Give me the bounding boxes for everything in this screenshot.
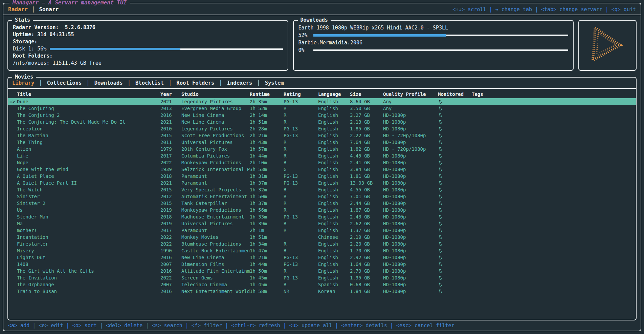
cell-year: 2021 — [160, 180, 181, 186]
cell-quality-profile: HD-1080p — [383, 241, 438, 247]
table-row[interactable]: The Conjuring 2 2016 New Line Cinema 2h … — [8, 112, 636, 119]
cell-language: English — [318, 254, 350, 261]
cell-title: Life — [17, 152, 160, 159]
table-row[interactable]: Us 2019 Monkeypaw Productions 1h 56m R E… — [8, 207, 636, 213]
tag-icon — [438, 234, 472, 241]
cell-year: 2022 — [160, 274, 181, 281]
servarr-tab-sonarr[interactable]: Sonarr — [39, 6, 59, 13]
tag-icon — [438, 227, 472, 234]
tag-icon — [438, 193, 472, 200]
cell-title: 1408 — [17, 261, 160, 268]
cell-quality-profile: HD-1080p — [383, 112, 438, 119]
table-row[interactable]: Ma 2019 Universal Pictures 1h 39m R Engl… — [8, 220, 636, 227]
table-row[interactable]: Slender Man 2018 Madhouse Entertainment … — [8, 213, 636, 220]
table-row[interactable]: A Quiet Place Part II 2021 Paramount 1h … — [8, 180, 636, 186]
movies-tab-indexers[interactable]: Indexers — [227, 80, 252, 86]
root-folder-free: /nfs/movies: 11511.43 GB free — [13, 60, 283, 67]
cell-language: Chinese — [318, 234, 350, 241]
cell-year: 2022 — [160, 159, 181, 166]
movies-tab-library[interactable]: Library — [12, 80, 34, 86]
table-row[interactable]: The Orphanage 2007 Telecinco Cinema 1h 4… — [8, 281, 636, 288]
cell-quality-profile: HD-1080p — [383, 159, 438, 166]
table-row[interactable]: Train to Busan 2016 Next Entertainment W… — [8, 288, 636, 295]
cell-rating: R — [284, 207, 318, 213]
table-row[interactable]: The Girl with All the Gifts 2016 Altitud… — [8, 268, 636, 274]
selected-row-marker — [8, 207, 17, 213]
table-row[interactable]: Alien 1979 20th Century Fox 1h 57m R Eng… — [8, 146, 636, 152]
cell-rating: R — [284, 159, 318, 166]
table-row[interactable]: The Thing 2011 Universal Pictures 1h 43m… — [8, 139, 636, 146]
cell-rating: R — [284, 105, 318, 112]
cell-title: The Martian — [17, 132, 160, 139]
cell-rating: R — [284, 247, 318, 254]
cell-studio: Selznick International Pic — [181, 166, 250, 173]
cell-language: English — [318, 227, 350, 234]
cell-studio: Castle Rock Entertainment — [181, 247, 250, 254]
table-row[interactable]: Firestarter 2022 Blumhouse Productions 1… — [8, 241, 636, 247]
table-row[interactable]: Misery 1990 Castle Rock Entertainment 1h… — [8, 247, 636, 254]
table-row[interactable]: The Conjuring 2013 Evergreen Media Group… — [8, 105, 636, 112]
table-row[interactable]: Gone with the Wind 1939 Selznick Interna… — [8, 166, 636, 173]
cell-quality-profile: Any — [383, 105, 438, 112]
cell-runtime: 1h 56m — [250, 207, 284, 213]
table-row[interactable]: The Witch 2015 Very Special Projects 1h … — [8, 186, 636, 193]
table-row[interactable]: Nope 2022 Monkeypaw Productions 2h 10m R… — [8, 159, 636, 166]
movies-tab-collections[interactable]: Collections — [47, 80, 82, 86]
table-row[interactable]: Sinister 2012 Automatik Entertainment 1h… — [8, 193, 636, 200]
tab-separator: │ — [86, 80, 89, 86]
cell-language: English — [318, 152, 350, 159]
cell-title: mother! — [17, 227, 160, 234]
cell-quality-profile: HD-1080p — [383, 268, 438, 274]
cell-rating: R — [284, 281, 318, 288]
tag-icon — [438, 159, 472, 166]
movies-tab-system[interactable]: System — [265, 80, 284, 86]
servarr-tab-radarr[interactable]: Radarr — [8, 6, 28, 13]
table-row[interactable]: 1408 2007 Dimension Films 1h 44m PG-13 E… — [8, 261, 636, 268]
cell-runtime: 1h 47m — [250, 247, 284, 254]
table-row[interactable]: mother! 2017 Paramount 2h 1m R English 1… — [8, 227, 636, 234]
cell-studio: Scott Free Productions — [181, 132, 250, 139]
cell-language: English — [318, 247, 350, 254]
selected-row-marker — [8, 186, 17, 193]
tag-icon — [438, 186, 472, 193]
selected-row-marker — [8, 193, 17, 200]
download-item-name: Barbie.Mermaidia.2006 — [298, 39, 569, 46]
tag-icon — [438, 98, 472, 105]
selected-row-marker: => — [8, 98, 17, 105]
table-row[interactable]: Incantation 2022 Monkey Movies 1h 51m Ch… — [8, 234, 636, 241]
cell-quality-profile: HD-1080p — [383, 125, 438, 132]
table-row[interactable]: Life 2017 Columbia Pictures 1h 44m R Eng… — [8, 152, 636, 159]
cell-quality-profile: HD-1080p — [383, 288, 438, 295]
download-percent: 0% — [298, 46, 310, 54]
cell-tags — [472, 152, 636, 159]
cell-quality-profile: HD-1080p — [383, 220, 438, 227]
cell-year: 2019 — [160, 220, 181, 227]
movies-tab-downloads[interactable]: Downloads — [94, 80, 123, 86]
table-row[interactable]: => Dune 2021 Legendary Pictures 2h 35m P… — [8, 98, 636, 105]
cell-size: 2.22 GB — [350, 132, 383, 139]
movies-tab-root-folders[interactable]: Root Folders — [176, 80, 214, 86]
table-row[interactable]: Sinister 2 2015 Tank Caterpillar 1h 37m … — [8, 200, 636, 207]
cell-title: Train to Busan — [17, 288, 160, 295]
cell-title: Us — [17, 207, 160, 213]
table-row[interactable]: The Martian 2015 Scott Free Productions … — [8, 132, 636, 139]
downloads-panel: Downloads Earth 1998 1080p WEBRip x265 H… — [293, 20, 574, 71]
cell-language: English — [318, 200, 350, 207]
table-row[interactable]: Lights Out 2016 New Line Cinema 1h 21m P… — [8, 254, 636, 261]
cell-tags — [472, 288, 636, 295]
movies-tab-blocklist[interactable]: Blocklist — [135, 80, 164, 86]
cell-runtime: 1h 57m — [250, 146, 284, 152]
table-row[interactable]: Inception 2010 Legendary Pictures 2h 28m… — [8, 125, 636, 132]
table-row[interactable]: A Quiet Place 2018 Paramount 1h 31m PG-1… — [8, 173, 636, 180]
tag-icon — [438, 288, 472, 295]
top-panels-row: Stats Radarr Version: 5.2.6.8376 Uptime:… — [7, 20, 637, 71]
cell-studio: Blumhouse Productions — [181, 241, 250, 247]
cell-size: 2.13 GB — [350, 119, 383, 125]
tag-icon — [438, 132, 472, 139]
storage-label: Storage: — [13, 38, 283, 45]
tag-icon — [438, 119, 472, 125]
column-header-runtime: Runtime — [250, 90, 284, 98]
table-row[interactable]: The Invitation 2022 Screen Gems 1h 45m P… — [8, 274, 636, 281]
selected-row-marker — [8, 152, 17, 159]
table-row[interactable]: The Conjuring: The Devil Made Me Do It 2… — [8, 119, 636, 125]
